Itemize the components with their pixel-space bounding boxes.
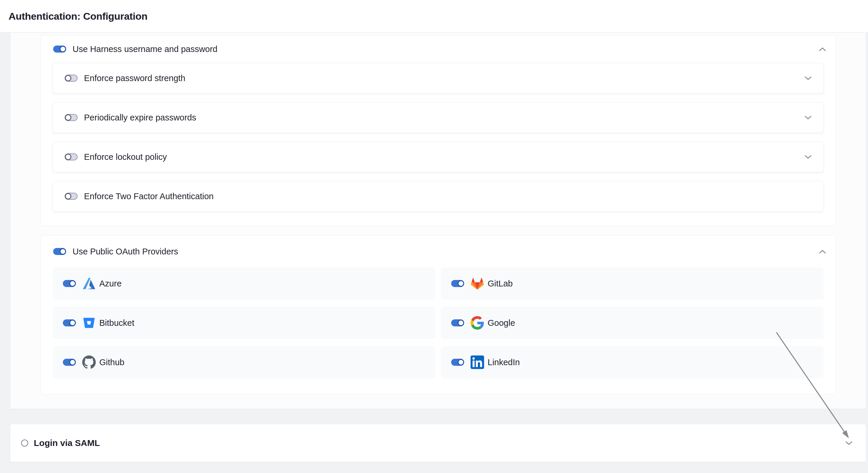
chevron-up-icon[interactable] — [819, 47, 826, 52]
password-expire-label: Periodically expire passwords — [84, 113, 196, 123]
provider-label: LinkedIn — [488, 357, 520, 367]
saml-login-card: Login via SAML — [10, 424, 866, 462]
provider-tile-google: Google — [441, 307, 824, 339]
bitbucket-icon — [82, 316, 96, 329]
two-factor-toggle[interactable] — [65, 193, 78, 200]
gitlab-icon — [471, 277, 484, 290]
toggle-knob — [60, 248, 66, 255]
provider-tile-linkedin: LinkedIn — [441, 346, 824, 378]
toggle-knob — [69, 359, 76, 366]
page-header: Authentication: Configuration — [0, 0, 868, 33]
provider-tile-gitlab: GitLab — [441, 267, 824, 299]
linkedin-toggle[interactable] — [451, 359, 464, 366]
oauth-section-header: Use Public OAuth Providers — [41, 235, 835, 267]
provider-tile-azure: Azure — [53, 267, 435, 299]
github-icon — [82, 355, 96, 369]
toggle-knob — [65, 75, 71, 82]
github-toggle[interactable] — [63, 359, 76, 366]
oauth-providers-toggle[interactable] — [53, 248, 66, 255]
oauth-section-label: Use Public OAuth Providers — [72, 247, 178, 256]
password-auth-section: Use Harness username and password Enforc… — [40, 35, 836, 226]
password-strength-toggle[interactable] — [65, 75, 78, 82]
toggle-knob — [458, 320, 464, 326]
azure-icon — [82, 277, 96, 290]
chevron-down-icon[interactable] — [805, 155, 812, 159]
username-password-toggle[interactable] — [53, 45, 66, 53]
two-factor-label: Enforce Two Factor Authentication — [84, 192, 214, 201]
chevron-down-icon[interactable] — [805, 116, 812, 120]
toggle-knob — [65, 154, 71, 160]
toggle-knob — [458, 359, 464, 366]
google-icon — [471, 316, 484, 329]
provider-label: Bitbucket — [99, 318, 134, 328]
toggle-knob — [69, 320, 76, 326]
toggle-knob — [458, 280, 464, 287]
gitlab-toggle[interactable] — [451, 280, 464, 287]
provider-label: Azure — [99, 279, 122, 288]
toggle-knob — [60, 46, 66, 52]
azure-toggle[interactable] — [63, 280, 76, 287]
provider-tile-bitbucket: Bitbucket — [53, 307, 435, 339]
oauth-provider-grid: Azure GitLab — [53, 267, 824, 378]
lockout-policy-row: Enforce lockout policy — [53, 141, 824, 172]
two-factor-row: Enforce Two Factor Authentication — [53, 181, 824, 212]
bitbucket-toggle[interactable] — [63, 319, 76, 326]
chevron-up-icon[interactable] — [819, 249, 826, 254]
auth-settings-panel: Use Harness username and password Enforc… — [10, 33, 866, 409]
linkedin-icon — [471, 355, 484, 369]
toggle-knob — [65, 114, 71, 121]
authentication-configuration-page: { "header": { "title": "Authentication: … — [0, 0, 868, 473]
provider-tile-github: Github — [53, 346, 435, 378]
toggle-knob — [69, 280, 76, 287]
lockout-policy-toggle[interactable] — [65, 153, 78, 160]
provider-label: Github — [99, 357, 124, 367]
google-toggle[interactable] — [451, 319, 464, 326]
toggle-knob — [65, 193, 71, 199]
saml-radio[interactable] — [21, 440, 28, 447]
provider-label: GitLab — [488, 279, 513, 288]
page-title: Authentication: Configuration — [8, 10, 148, 22]
lockout-policy-label: Enforce lockout policy — [84, 152, 167, 162]
password-expire-toggle[interactable] — [65, 114, 78, 121]
provider-label: Google — [488, 318, 515, 328]
chevron-down-icon[interactable] — [805, 76, 812, 81]
password-strength-row: Enforce password strength — [53, 63, 824, 93]
saml-label: Login via SAML — [34, 438, 100, 448]
password-strength-label: Enforce password strength — [84, 73, 185, 83]
password-section-header: Use Harness username and password — [41, 35, 835, 63]
password-expire-row: Periodically expire passwords — [53, 102, 824, 133]
oauth-section: Use Public OAuth Providers Azure — [40, 235, 836, 395]
password-section-label: Use Harness username and password — [72, 44, 217, 54]
chevron-down-icon[interactable] — [845, 441, 852, 445]
